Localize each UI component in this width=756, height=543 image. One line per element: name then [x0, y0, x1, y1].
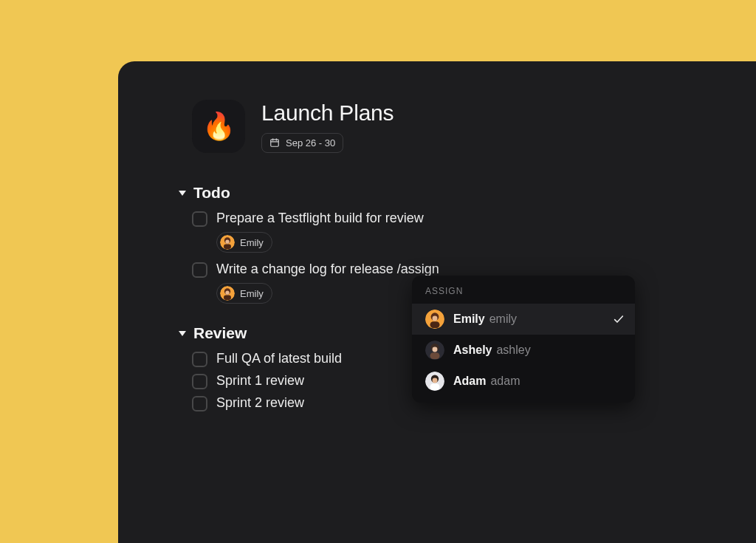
svg-point-14	[433, 315, 438, 321]
assign-popover-label: ASSIGN	[412, 276, 635, 304]
task-checkbox[interactable]	[192, 352, 207, 367]
assignee-chip[interactable]: Emily	[216, 232, 272, 253]
app-window: 🔥 Launch Plans Sep 26 - 30 Todo P	[118, 61, 756, 543]
svg-rect-23	[430, 383, 440, 390]
calendar-icon	[269, 137, 280, 148]
task-checkbox[interactable]	[192, 211, 207, 227]
caret-down-icon	[179, 331, 186, 336]
assign-popover: ASSIGN Emily emily	[412, 276, 635, 403]
avatar-adam	[425, 372, 444, 391]
option-display-name: Ashely	[453, 344, 492, 357]
assign-option-adam[interactable]: Adam adam	[412, 366, 635, 397]
task-row[interactable]: Prepare a Testflight build for review Em…	[192, 211, 756, 256]
svg-rect-7	[224, 245, 231, 250]
avatar-emily	[220, 286, 235, 301]
task-title[interactable]: Full QA of latest build	[216, 351, 342, 366]
fire-icon: 🔥	[202, 111, 236, 142]
caret-down-icon	[179, 191, 186, 196]
assignee-chip[interactable]: Emily	[216, 283, 272, 304]
option-handle: ashley	[496, 344, 530, 357]
task-body: Prepare a Testflight build for review Em…	[216, 211, 424, 256]
svg-rect-11	[224, 296, 231, 301]
section-title-review: Review	[193, 324, 247, 342]
avatar-emily	[220, 235, 235, 250]
assign-option-emily[interactable]: Emily emily	[412, 304, 635, 335]
assignee-name: Emily	[240, 288, 264, 299]
page-icon-fire[interactable]: 🔥	[192, 100, 245, 153]
svg-point-22	[433, 378, 438, 383]
task-checkbox[interactable]	[192, 396, 207, 411]
task-title[interactable]: Sprint 2 review	[216, 395, 304, 411]
svg-point-18	[433, 346, 438, 352]
svg-point-6	[225, 240, 229, 244]
svg-point-10	[225, 291, 229, 295]
option-handle: emily	[489, 313, 517, 326]
task-checkbox[interactable]	[192, 374, 207, 389]
option-display-name: Emily	[453, 313, 485, 326]
svg-rect-19	[430, 352, 440, 359]
svg-rect-15	[430, 321, 440, 328]
task-title[interactable]: Prepare a Testflight build for review	[216, 211, 424, 226]
assignee-name: Emily	[240, 237, 264, 248]
section-header-todo[interactable]: Todo	[192, 184, 756, 202]
option-display-name: Adam	[453, 375, 486, 388]
page-header: 🔥 Launch Plans Sep 26 - 30	[192, 100, 756, 153]
date-range-text: Sep 26 - 30	[286, 137, 335, 148]
option-handle: adam	[490, 375, 520, 388]
avatar-ashely	[425, 341, 444, 360]
task-body: Write a change log for release /assign E…	[216, 262, 439, 307]
title-stack: Launch Plans Sep 26 - 30	[261, 100, 394, 153]
date-range-chip[interactable]: Sep 26 - 30	[261, 133, 343, 153]
task-checkbox[interactable]	[192, 262, 207, 278]
avatar-emily	[425, 310, 444, 329]
svg-rect-0	[271, 140, 279, 146]
section-title-todo: Todo	[193, 184, 230, 202]
task-title[interactable]: Sprint 1 review	[216, 373, 304, 389]
task-title[interactable]: Write a change log for release /assign	[216, 262, 439, 277]
page-title[interactable]: Launch Plans	[261, 100, 394, 126]
assign-option-ashely[interactable]: Ashely ashley	[412, 335, 635, 366]
check-icon	[613, 313, 625, 325]
